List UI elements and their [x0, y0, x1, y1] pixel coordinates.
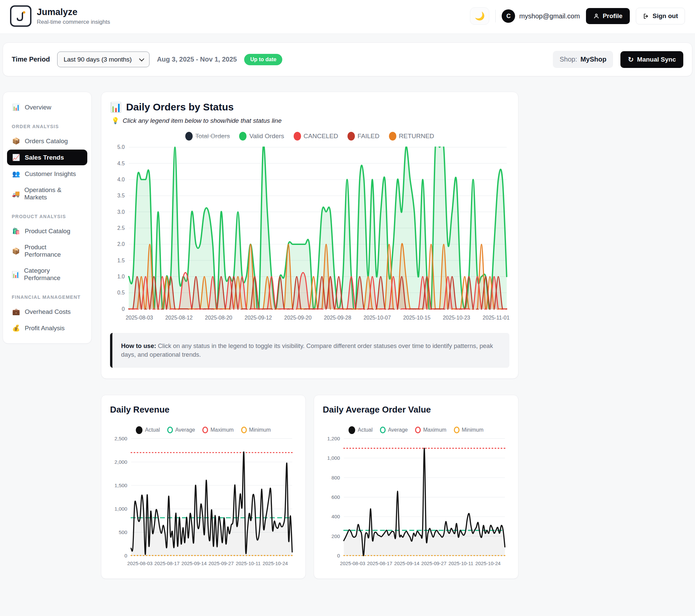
- brand: Jumalyze Real-time commerce insights: [10, 5, 110, 27]
- daily-revenue-chart: 2,5002,0001,5001,00050002025-08-032025-0…: [110, 435, 296, 569]
- sidebar-item-product-performance[interactable]: 📦Product Performance: [7, 239, 87, 262]
- overview-icon: 📊: [12, 103, 20, 111]
- svg-text:3.0: 3.0: [117, 209, 125, 215]
- daily-aov-title: Daily Average Order Value: [323, 404, 509, 415]
- svg-text:1,000: 1,000: [114, 506, 127, 512]
- legend-label: Actual: [358, 427, 372, 433]
- manual-sync-button[interactable]: ↻ Manual Sync: [621, 51, 683, 68]
- svg-text:2025-10-24: 2025-10-24: [475, 561, 501, 566]
- legend-item-average[interactable]: Average: [167, 427, 195, 433]
- operations-markets-icon: 🚚: [12, 190, 20, 198]
- legend-item-canceled[interactable]: CANCELED: [294, 132, 338, 140]
- legend-item-actual[interactable]: Actual: [349, 426, 372, 434]
- svg-text:2025-10-07: 2025-10-07: [363, 315, 391, 320]
- daily-aov-chart: 1,2001,00080060040020002025-08-032025-08…: [323, 435, 509, 569]
- legend-item-maximum[interactable]: Maximum: [202, 427, 234, 433]
- legend-item-minimum[interactable]: Minimum: [241, 427, 271, 433]
- sidebar-item-label: Product Performance: [24, 244, 83, 258]
- svg-text:2.5: 2.5: [117, 225, 125, 231]
- person-icon: [593, 13, 599, 19]
- svg-text:800: 800: [332, 475, 340, 480]
- svg-text:1,000: 1,000: [327, 455, 340, 461]
- svg-text:4.5: 4.5: [117, 161, 125, 166]
- daily_revenue-svg: 2,5002,0001,5001,00050002025-08-032025-0…: [110, 435, 296, 569]
- time-period-toolbar: Time Period Last 90 days (3 months) Aug …: [3, 43, 692, 76]
- svg-text:2025-10-15: 2025-10-15: [403, 315, 430, 320]
- svg-text:2025-10-11: 2025-10-11: [236, 561, 260, 566]
- legend-item-maximum[interactable]: Maximum: [415, 427, 446, 433]
- svg-text:0: 0: [124, 553, 127, 559]
- manual-sync-label: Manual Sync: [637, 56, 676, 63]
- app-logo-icon: [10, 5, 31, 27]
- sidebar-item-orders-catalog[interactable]: 📦Orders Catalog: [7, 133, 87, 149]
- sidebar-item-overview[interactable]: 📊Overview: [7, 99, 87, 115]
- sidebar-section-order-analysis: ORDER ANALYSIS: [12, 124, 83, 129]
- sign-out-button-label: Sign out: [652, 12, 678, 20]
- sidebar-item-customer-insights[interactable]: 👥Customer Insights: [7, 166, 87, 182]
- profile-button[interactable]: Profile: [586, 8, 630, 24]
- page-content: Time Period Last 90 days (3 months) Aug …: [0, 34, 695, 579]
- legend-item-actual[interactable]: Actual: [136, 426, 159, 434]
- svg-text:2025-10-24: 2025-10-24: [262, 561, 288, 566]
- sidebar-item-label: Category Performance: [24, 267, 83, 282]
- legend-item-failed[interactable]: FAILED: [348, 132, 379, 140]
- svg-text:2025-09-12: 2025-09-12: [244, 315, 272, 320]
- legend-label: RETURNED: [399, 133, 435, 140]
- svg-text:2,000: 2,000: [114, 459, 127, 465]
- svg-text:0.5: 0.5: [117, 290, 125, 296]
- legend-ring-maximum: [415, 427, 421, 433]
- legend-item-valid-orders[interactable]: Valid Orders: [239, 132, 284, 140]
- legend-item-minimum[interactable]: Minimum: [454, 427, 484, 433]
- daily-aov-legend: ActualAverageMaximumMinimum: [323, 426, 509, 434]
- sidebar-item-product-catalog[interactable]: 🛍️Product Catalog: [7, 223, 87, 239]
- sign-out-button[interactable]: Sign out: [636, 8, 685, 24]
- svg-text:1.5: 1.5: [117, 257, 125, 263]
- main-column: 📊 Daily Orders by Status 💡 Click any leg…: [101, 92, 519, 579]
- legend-item-total-orders[interactable]: Total Orders: [185, 132, 230, 140]
- bottom-charts-row: Daily Revenue ActualAverageMaximumMinimu…: [101, 395, 519, 579]
- sidebar-item-sales-trends[interactable]: 📈Sales Trends: [7, 150, 87, 165]
- sidebar-item-overhead-costs[interactable]: 💼Overhead Costs: [7, 304, 87, 319]
- time-period-select[interactable]: Last 90 days (3 months): [57, 51, 150, 67]
- app-header: Jumalyze Real-time commerce insights 🌙 C…: [0, 0, 695, 34]
- avatar: C: [502, 10, 515, 23]
- sales-trends-icon: 📈: [12, 154, 20, 161]
- app-tagline: Real-time commerce insights: [37, 19, 110, 26]
- up-to-date-badge: Up to date: [244, 54, 282, 65]
- svg-text:2025-11-01: 2025-11-01: [482, 315, 509, 320]
- svg-text:400: 400: [332, 514, 340, 519]
- svg-text:1,500: 1,500: [114, 483, 127, 488]
- svg-text:2025-08-17: 2025-08-17: [154, 561, 180, 566]
- brand-text: Jumalyze Real-time commerce insights: [37, 7, 110, 26]
- svg-text:2025-08-03: 2025-08-03: [128, 561, 153, 566]
- legend-dot-failed: [348, 132, 355, 140]
- main-chart-subtitle: 💡 Click any legend item below to show/hi…: [112, 117, 509, 124]
- sidebar-item-operations-markets[interactable]: 🚚Operations & Markets: [7, 182, 87, 205]
- svg-text:2025-08-20: 2025-08-20: [205, 315, 233, 320]
- main-chart-title: 📊 Daily Orders by Status: [110, 101, 509, 113]
- header-actions: 🌙 C myshop@gmail.com Profile Sign out: [470, 7, 685, 25]
- refresh-icon: ↻: [628, 55, 634, 64]
- orders-catalog-icon: 📦: [12, 137, 20, 145]
- theme-toggle-moon-icon[interactable]: 🌙: [470, 7, 489, 25]
- orders_by_status-svg: 5.04.54.03.53.02.52.01.51.00.502025-08-0…: [110, 143, 509, 323]
- svg-text:2025-09-27: 2025-09-27: [421, 561, 446, 566]
- profile-button-label: Profile: [603, 12, 623, 20]
- legend-item-average[interactable]: Average: [380, 427, 408, 433]
- logout-icon: [643, 13, 649, 19]
- legend-label: Minimum: [462, 427, 484, 433]
- sidebar-item-label: Product Catalog: [25, 228, 70, 235]
- app-title: Jumalyze: [37, 7, 110, 17]
- svg-text:2025-09-28: 2025-09-28: [324, 315, 351, 320]
- legend-item-returned[interactable]: RETURNED: [389, 132, 435, 140]
- daily-aov-card: Daily Average Order Value ActualAverageM…: [314, 395, 519, 579]
- time-period-select-wrap: Last 90 days (3 months): [57, 51, 150, 67]
- svg-text:2025-09-14: 2025-09-14: [182, 561, 207, 566]
- sidebar-item-category-performance[interactable]: 📊Category Performance: [7, 263, 87, 286]
- svg-text:0: 0: [122, 306, 125, 312]
- time-period-label: Time Period: [12, 55, 50, 63]
- sidebar-section-product-analysis: PRODUCT ANALYSIS: [12, 214, 83, 219]
- sidebar-item-profit-analysis[interactable]: 💰Profit Analysis: [7, 320, 87, 336]
- category-performance-icon: 📊: [12, 271, 20, 278]
- svg-text:2,500: 2,500: [114, 436, 127, 442]
